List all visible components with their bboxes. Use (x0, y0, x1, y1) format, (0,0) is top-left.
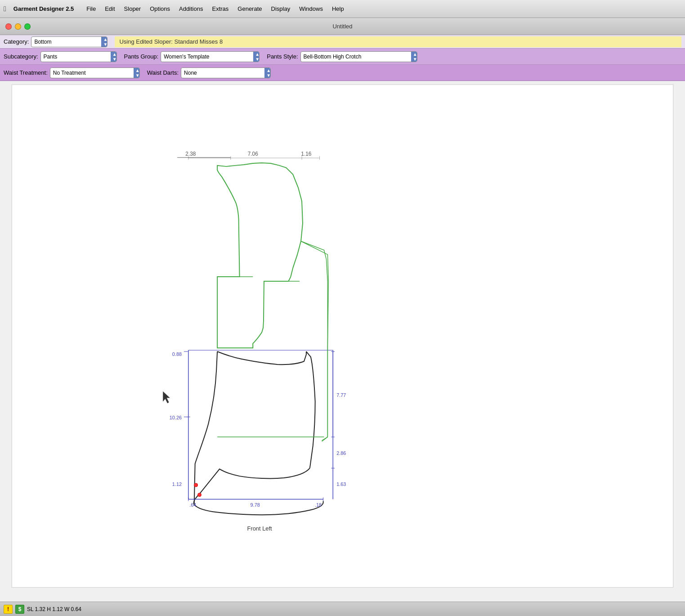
menu-file[interactable]: File (83, 4, 99, 13)
warning-icon: ! (4, 605, 13, 614)
subcategory-arrow-icon[interactable]: ▲▼ (111, 52, 117, 62)
waist-treatment-select[interactable]: No Treatment ▲▼ (50, 67, 140, 78)
pants-group-value: Women's Template (161, 54, 253, 60)
svg-text:7.77: 7.77 (336, 392, 346, 398)
menu-options[interactable]: Options (146, 4, 174, 13)
apple-logo-icon:  (4, 5, 6, 13)
status-text: SL 1.32 H 1.12 W 0.64 (27, 606, 81, 612)
svg-text:Front Left: Front Left (247, 525, 272, 532)
svg-text:.64: .64 (189, 502, 196, 508)
svg-text:2.86: 2.86 (336, 450, 346, 456)
svg-text:.18: .18 (315, 502, 322, 508)
pants-group-label: Pants Group: (124, 53, 159, 60)
pants-group-select[interactable]: Women's Template ▲▼ (161, 51, 260, 62)
subcategory-value: Pants (41, 54, 111, 60)
toolbar-row1: Category: Bottom ▲▼ Using Edited Sloper:… (0, 35, 685, 49)
svg-text:1.16: 1.16 (301, 151, 311, 157)
pattern-canvas[interactable]: 2.38 7.06 1.16 (0, 81, 685, 602)
menu-additions[interactable]: Additions (175, 4, 206, 13)
statusbar: ! $ SL 1.32 H 1.12 W 0.64 (0, 602, 685, 616)
svg-rect-0 (12, 85, 673, 587)
pants-style-select[interactable]: Bell-Bottom High Crotch ▲▼ (300, 51, 417, 62)
maximize-button[interactable] (24, 23, 31, 30)
menu-sloper[interactable]: Sloper (121, 4, 145, 13)
svg-text:0.88: 0.88 (172, 351, 182, 357)
svg-text:7.06: 7.06 (248, 151, 258, 157)
main-window:  Garment Designer 2.5 File Edit Sloper … (0, 0, 685, 616)
waist-treatment-arrow-icon[interactable]: ▲▼ (134, 68, 140, 78)
toolbar-row3: Waist Treatment: No Treatment ▲▼ Waist D… (0, 65, 685, 81)
subcategory-select[interactable]: Pants ▲▼ (40, 51, 117, 62)
close-button[interactable] (5, 23, 12, 30)
svg-text:10.26: 10.26 (170, 415, 182, 420)
waist-treatment-value: No Treatment (50, 70, 134, 76)
waist-treatment-label: Waist Treatment: (4, 69, 48, 76)
svg-text:9.78: 9.78 (251, 502, 260, 508)
waist-darts-select[interactable]: None ▲▼ (181, 67, 271, 78)
subcategory-label: Subcategory: (4, 53, 38, 60)
menubar:  Garment Designer 2.5 File Edit Sloper … (0, 0, 685, 18)
window-title: Untitled (332, 23, 352, 30)
window-controls (5, 23, 31, 30)
menu-windows[interactable]: Windows (295, 4, 327, 13)
svg-text:1.63: 1.63 (336, 481, 346, 487)
svg-point-35 (194, 483, 198, 487)
pants-group-arrow-icon[interactable]: ▲▼ (253, 52, 260, 62)
svg-text:1.12: 1.12 (172, 481, 182, 487)
titlebar: Untitled (0, 18, 685, 35)
app-name: Garment Designer 2.5 (13, 5, 74, 12)
pants-style-arrow-icon[interactable]: ▲▼ (411, 52, 417, 62)
waist-darts-label: Waist Darts: (147, 69, 179, 76)
canvas-area: 2.38 7.06 1.16 (0, 81, 685, 602)
menu-edit[interactable]: Edit (101, 4, 118, 13)
svg-point-36 (198, 493, 201, 497)
waist-darts-value: None (181, 70, 264, 76)
menu-display[interactable]: Display (268, 4, 294, 13)
menu-generate[interactable]: Generate (234, 4, 265, 13)
menu-extras[interactable]: Extras (208, 4, 232, 13)
category-select[interactable]: Bottom ▲▼ (31, 36, 107, 47)
menu-help[interactable]: Help (328, 4, 348, 13)
toolbar-row2: Subcategory: Pants ▲▼ Pants Group: Women… (0, 49, 685, 65)
category-value: Bottom (31, 39, 101, 45)
pants-style-label: Pants Style: (267, 53, 298, 60)
minimize-button[interactable] (15, 23, 21, 30)
waist-darts-arrow-icon[interactable]: ▲▼ (264, 68, 271, 78)
sloper-info: Using Edited Sloper: Standard Misses 8 (115, 36, 681, 47)
svg-text:2.38: 2.38 (185, 151, 196, 157)
pants-style-value: Bell-Bottom High Crotch (301, 54, 411, 60)
menu-items: File Edit Sloper Options Additions Extra… (83, 4, 347, 13)
category-arrow-icon[interactable]: ▲▼ (101, 37, 107, 47)
dollar-icon: $ (15, 605, 24, 614)
toolbar: Category: Bottom ▲▼ Using Edited Sloper:… (0, 35, 685, 81)
category-label: Category: (4, 38, 29, 45)
